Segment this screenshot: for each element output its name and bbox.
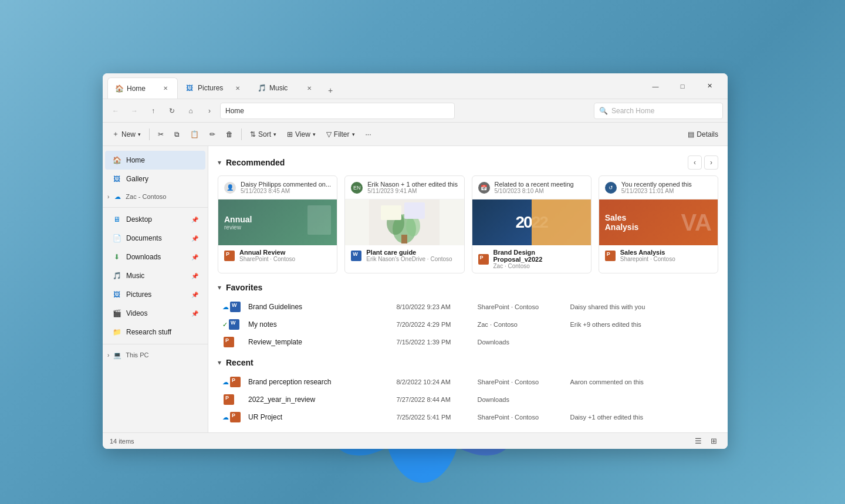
- ur-project-activity: Daisy +1 other edited this: [570, 414, 714, 421]
- list-view-button[interactable]: ☰: [691, 434, 705, 448]
- content-pane: ▾ Recommended ‹ › 👤 Daisy Philipps comme…: [208, 146, 728, 432]
- maximize-button[interactable]: □: [669, 77, 696, 96]
- brand-guidelines-name: Brand Guidelines: [248, 303, 392, 311]
- card-sales-analysis-meta: You recently opened this 5/11/2023 11:01…: [621, 181, 692, 194]
- music-sidebar-icon: 🎵: [112, 271, 121, 280]
- recent-section-header[interactable]: ▾ Recent: [218, 358, 718, 367]
- sidebar-label-videos: Videos: [126, 309, 147, 317]
- tab-pictures-close[interactable]: ✕: [233, 83, 242, 93]
- address-path[interactable]: Home: [220, 103, 455, 119]
- close-button[interactable]: ✕: [696, 77, 723, 96]
- copy-button[interactable]: ⧉: [170, 126, 184, 143]
- recommended-next-button[interactable]: ›: [704, 155, 718, 170]
- sort-button[interactable]: ⇅ Sort ▾: [245, 126, 281, 143]
- home-address-button[interactable]: ⌂: [182, 103, 199, 119]
- search-placeholder: Search Home: [611, 107, 654, 115]
- toolbar-sep-2: [241, 128, 242, 140]
- sidebar-item-onedrive[interactable]: › ☁ Zac - Contoso: [103, 188, 208, 205]
- recommended-prev-button[interactable]: ‹: [688, 155, 702, 170]
- brand-perception-name: Brand perception research: [248, 378, 392, 386]
- tab-bar: 🏠 Home ✕ 🖼 Pictures ✕ 🎵 Music ✕ +: [107, 73, 637, 99]
- videos-pin-icon: 📌: [191, 310, 198, 317]
- desktop-pin-icon: 📌: [191, 217, 198, 223]
- tab-pictures-label: Pictures: [198, 84, 223, 92]
- back-button[interactable]: ←: [107, 103, 124, 119]
- favorites-item-my-notes[interactable]: ✓ W My notes 7/20/2022 4:29 PM Zac · Con…: [218, 316, 718, 333]
- brand-guidelines-location: SharePoint · Contoso: [478, 303, 566, 310]
- tab-music-close[interactable]: ✕: [305, 83, 314, 93]
- view-button[interactable]: ⊞ View ▾: [282, 126, 320, 143]
- sidebar-item-documents[interactable]: 📄 Documents 📌: [105, 229, 205, 248]
- card-sales-analysis[interactable]: ↺ You recently opened this 5/11/2023 11:…: [599, 175, 718, 273]
- chevron-right-button[interactable]: ›: [201, 103, 218, 119]
- recent-item-ur-project[interactable]: ☁ P UR Project 7/25/2022 5:41 PM SharePo…: [218, 408, 718, 426]
- favorites-section-header[interactable]: ▾ Favorites: [218, 283, 718, 292]
- card-plant-care-name: Plant care guide: [366, 249, 452, 256]
- downloads-pin-icon: 📌: [191, 254, 198, 261]
- more-icon: ···: [366, 130, 371, 138]
- more-button[interactable]: ···: [361, 126, 376, 143]
- recent-item-2022-year[interactable]: P 2022_year_in_review 7/27/2022 8:44 AM …: [218, 391, 718, 408]
- search-box[interactable]: 🔍 Search Home: [594, 103, 723, 119]
- recent-item-brand-perception[interactable]: ☁ P Brand perception research 8/2/2022 1…: [218, 373, 718, 391]
- filter-icon: ▽: [326, 130, 332, 138]
- cut-icon: ✂: [158, 130, 164, 138]
- sidebar-item-home[interactable]: 🏠 Home: [105, 151, 205, 170]
- minimize-button[interactable]: —: [642, 77, 669, 96]
- refresh-button[interactable]: ↻: [164, 103, 180, 119]
- thispc-sidebar-icon: 💻: [113, 350, 122, 360]
- sidebar-item-pictures[interactable]: 🖼 Pictures 📌: [105, 285, 205, 304]
- grid-view-button[interactable]: ⊞: [707, 434, 721, 448]
- sort-label: Sort: [258, 130, 271, 138]
- favorites-list: ☁ W Brand Guidelines 8/10/2022 9:23 AM S…: [218, 298, 718, 351]
- card-brand-design-user-icon: 📅: [478, 182, 490, 194]
- research-sidebar-icon: 📁: [112, 327, 121, 337]
- recommended-section-header[interactable]: ▾ Recommended ‹ ›: [218, 155, 718, 170]
- review-template-date: 7/15/2022 1:39 PM: [397, 339, 473, 346]
- status-count: 14 items: [110, 438, 134, 445]
- sidebar-item-thispc[interactable]: › 💻 This PC: [103, 347, 208, 363]
- card-annual-review[interactable]: 👤 Daisy Philipps commented on... 5/11/20…: [218, 175, 337, 273]
- favorites-item-review-template[interactable]: P Review_template 7/15/2022 1:39 PM Down…: [218, 333, 718, 351]
- sidebar-label-gallery: Gallery: [126, 175, 148, 183]
- brand-guidelines-date: 8/10/2022 9:23 AM: [397, 303, 473, 310]
- main-content: 🏠 Home 🖼 Gallery › ☁ Zac - Contoso 🖥 Des…: [103, 146, 728, 432]
- sort-chevron-icon: ▾: [273, 131, 276, 137]
- brand-guidelines-file-icon: W: [230, 302, 241, 312]
- sidebar-item-videos[interactable]: 🎬 Videos 📌: [105, 304, 205, 323]
- tab-home-close[interactable]: ✕: [161, 84, 170, 93]
- card-plant-care-meta: Erik Nason + 1 other edited this 5/11/20…: [367, 181, 458, 194]
- sidebar-item-gallery[interactable]: 🖼 Gallery: [105, 170, 205, 188]
- new-tab-button[interactable]: +: [322, 82, 339, 99]
- brand-design-file-icon: P: [478, 254, 489, 265]
- delete-icon: 🗑: [226, 130, 233, 138]
- cut-button[interactable]: ✂: [153, 126, 168, 143]
- tab-home[interactable]: 🏠 Home ✕: [107, 77, 178, 99]
- sidebar-item-music[interactable]: 🎵 Music 📌: [105, 266, 205, 285]
- details-label: Details: [697, 130, 718, 138]
- rename-button[interactable]: ✏: [205, 126, 220, 143]
- favorites-item-brand-guidelines[interactable]: ☁ W Brand Guidelines 8/10/2022 9:23 AM S…: [218, 298, 718, 316]
- card-sales-analysis-footer: P Sales Analysis Sharepoint · Contoso: [599, 245, 718, 266]
- card-plant-care[interactable]: EN Erik Nason + 1 other edited this 5/11…: [344, 175, 464, 273]
- new-button[interactable]: ＋ New ▾: [107, 126, 146, 143]
- brand-guidelines-icons: ☁ W: [222, 302, 244, 312]
- new-icon: ＋: [112, 129, 119, 139]
- address-bar: ← → ↑ ↻ ⌂ › Home 🔍 Search Home: [103, 99, 728, 123]
- sidebar-item-downloads[interactable]: ⬇ Downloads 📌: [105, 248, 205, 266]
- forward-button[interactable]: →: [126, 103, 143, 119]
- sidebar-item-desktop[interactable]: 🖥 Desktop 📌: [105, 210, 205, 229]
- card-brand-design[interactable]: 📅 Related to a recent meeting 5/10/2023 …: [472, 175, 592, 273]
- card-sales-analysis-header: ↺ You recently opened this 5/11/2023 11:…: [599, 176, 718, 199]
- tab-pictures[interactable]: 🖼 Pictures ✕: [179, 77, 249, 99]
- tab-music[interactable]: 🎵 Music ✕: [251, 77, 321, 99]
- filter-button[interactable]: ▽ Filter ▾: [322, 126, 360, 143]
- recommended-chevron-icon: ▾: [218, 158, 221, 167]
- up-button[interactable]: ↑: [145, 103, 161, 119]
- delete-button[interactable]: 🗑: [221, 126, 238, 143]
- details-button[interactable]: ▤ Details: [683, 126, 723, 143]
- sidebar-item-research[interactable]: 📁 Research stuff: [105, 323, 205, 341]
- paste-button[interactable]: 📋: [185, 126, 204, 143]
- card-brand-design-info: Brand Design Proposal_v2022 Zac · Contos…: [494, 249, 585, 269]
- view-chevron-icon: ▾: [313, 131, 316, 137]
